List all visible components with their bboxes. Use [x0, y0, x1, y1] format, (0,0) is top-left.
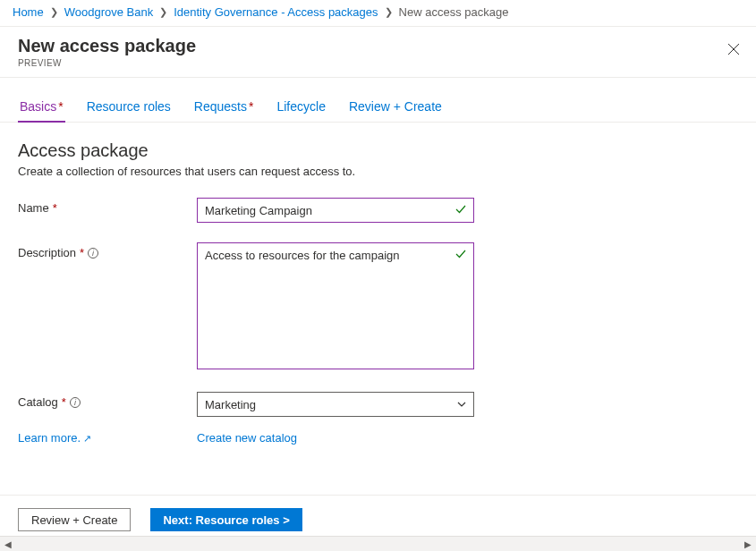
- tab-review-create[interactable]: Review + Create: [347, 96, 444, 123]
- links-row: Learn more.↗ Create new catalog: [18, 431, 738, 445]
- close-button[interactable]: [724, 39, 743, 59]
- description-label: Description * i: [18, 242, 197, 259]
- breadcrumb-woodgrove[interactable]: Woodgrove Bank: [64, 5, 154, 19]
- description-input[interactable]: [197, 242, 474, 369]
- tab-label: Resource roles: [87, 99, 171, 114]
- tab-resource-roles[interactable]: Resource roles: [85, 96, 173, 123]
- page-header: New access package PREVIEW: [0, 27, 756, 78]
- required-marker: *: [80, 246, 84, 259]
- horizontal-scrollbar[interactable]: ◀ ▶: [0, 536, 756, 551]
- required-marker: *: [62, 395, 66, 409]
- scroll-right-icon[interactable]: ▶: [742, 538, 754, 550]
- breadcrumb-home[interactable]: Home: [13, 5, 44, 19]
- name-input[interactable]: [197, 198, 474, 223]
- preview-badge: PREVIEW: [18, 58, 738, 68]
- breadcrumb: Home ❯ Woodgrove Bank ❯ Identity Governa…: [0, 0, 756, 27]
- scroll-left-icon[interactable]: ◀: [2, 538, 14, 550]
- section-description: Create a collection of resources that us…: [18, 165, 738, 178]
- form-row-catalog: Catalog * i Marketing: [18, 392, 738, 417]
- tab-label: Requests: [194, 99, 247, 114]
- review-create-button[interactable]: Review + Create: [18, 508, 131, 531]
- form-row-description: Description * i: [18, 242, 738, 372]
- required-marker: *: [58, 99, 63, 114]
- catalog-select[interactable]: Marketing: [197, 392, 474, 417]
- name-label: Name *: [18, 198, 197, 215]
- tab-label: Basics: [20, 99, 56, 114]
- section-title: Access package: [18, 140, 738, 161]
- catalog-label: Catalog * i: [18, 392, 197, 409]
- info-icon[interactable]: i: [70, 397, 81, 408]
- external-link-icon: ↗: [83, 433, 91, 444]
- required-marker: *: [249, 99, 253, 114]
- next-button[interactable]: Next: Resource roles >: [150, 508, 302, 531]
- tab-lifecycle[interactable]: Lifecycle: [275, 96, 327, 123]
- tab-requests[interactable]: Requests*: [192, 96, 256, 123]
- tab-label: Lifecycle: [276, 99, 325, 114]
- learn-more-link[interactable]: Learn more.↗: [18, 431, 91, 445]
- tab-basics[interactable]: Basics*: [18, 96, 65, 123]
- form-row-name: Name *: [18, 198, 738, 223]
- page-title: New access package: [18, 36, 738, 56]
- breadcrumb-current: New access package: [399, 5, 509, 19]
- breadcrumb-identity-governance[interactable]: Identity Governance - Access packages: [174, 5, 378, 19]
- tab-label: Review + Create: [349, 99, 442, 114]
- catalog-value: Marketing: [205, 398, 256, 411]
- required-marker: *: [53, 201, 57, 215]
- close-icon: [727, 43, 740, 55]
- chevron-right-icon: ❯: [159, 6, 167, 18]
- chevron-right-icon: ❯: [50, 6, 58, 18]
- footer-bar: Review + Create Next: Resource roles >: [0, 495, 756, 531]
- chevron-right-icon: ❯: [385, 6, 393, 18]
- info-icon[interactable]: i: [88, 248, 98, 259]
- tab-bar: Basics* Resource roles Requests* Lifecyc…: [0, 78, 756, 123]
- create-catalog-link[interactable]: Create new catalog: [197, 431, 297, 445]
- content-area: Access package Create a collection of re…: [0, 123, 756, 445]
